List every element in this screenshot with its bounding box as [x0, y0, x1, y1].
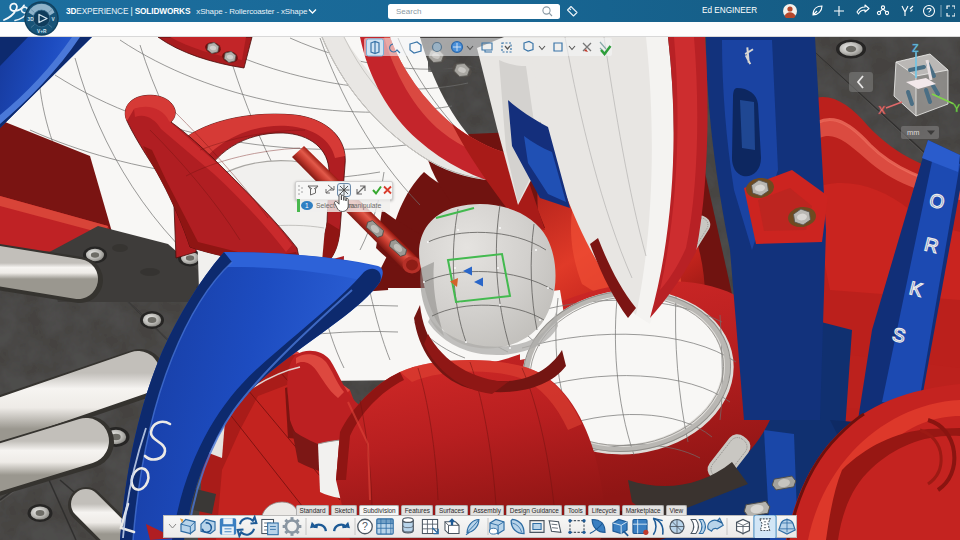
svg-text:V+R: V+R	[37, 29, 47, 34]
svg-text:manipulate: manipulate	[348, 202, 381, 210]
svg-text:3D: 3D	[28, 17, 35, 22]
svg-text:Y: Y	[953, 102, 960, 114]
svg-text:?: ?	[362, 520, 368, 532]
svg-text:1: 1	[305, 202, 309, 209]
svg-text:X: X	[878, 104, 886, 116]
svg-text:Z: Z	[912, 42, 919, 54]
